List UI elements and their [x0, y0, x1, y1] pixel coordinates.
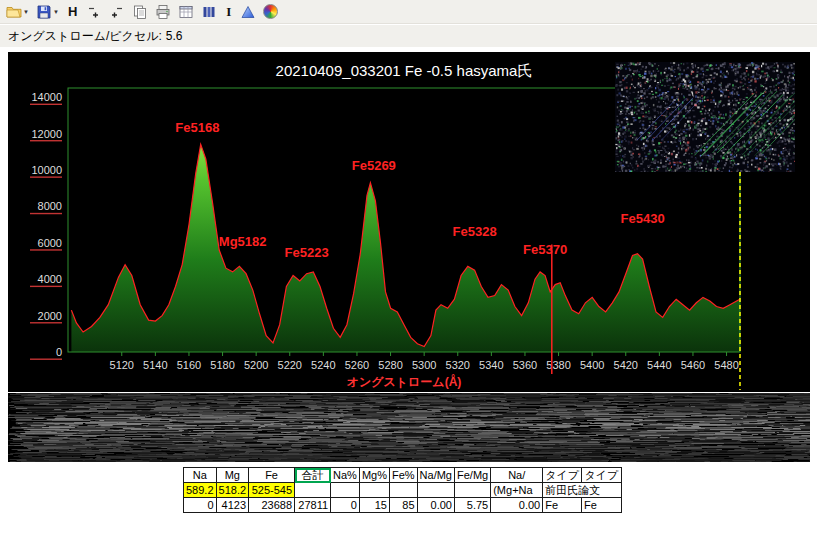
header-cell[interactable]: Fe	[249, 468, 295, 483]
scale-value: 5.6	[166, 29, 183, 43]
cell[interactable]: 27811	[295, 498, 331, 513]
cell[interactable]	[417, 483, 454, 498]
cell[interactable]: Fe	[581, 498, 621, 513]
x-tick-label: 5300	[412, 359, 436, 371]
y-tick-label: 6000	[38, 237, 62, 249]
table-view-button[interactable]	[176, 2, 196, 22]
print-icon	[155, 4, 171, 20]
y-tick-label: 4000	[38, 273, 62, 285]
cell[interactable]: 0.00	[491, 498, 543, 513]
x-tick-label: 5320	[446, 359, 470, 371]
header-cell[interactable]: Na/Mg	[417, 468, 454, 483]
dropdown-arrow-icon: ▼	[53, 9, 59, 15]
y-tick-label: 12000	[31, 128, 62, 140]
i-beam-button[interactable]: I	[222, 2, 235, 22]
triangle-graph-button[interactable]	[238, 2, 258, 22]
y-tick-label: 0	[56, 346, 62, 358]
raw-spectrum-strip[interactable]	[8, 393, 810, 462]
x-tick-label: 5400	[580, 359, 604, 371]
columns-chart-button[interactable]	[199, 2, 219, 22]
save-floppy-icon	[36, 4, 52, 20]
x-tick-label: 5480	[714, 359, 738, 371]
cell[interactable]: 15	[359, 498, 389, 513]
spectrum-chart-panel: 20210409_033201 Fe -0.5 hasyama氏02000400…	[8, 52, 810, 392]
copy-icon	[132, 4, 148, 20]
header-cell[interactable]: Na%	[331, 468, 360, 483]
element-table: NaMgFe合計Na%Mg%Fe%Na/MgFe/MgNa/タイプタイプ589.…	[183, 467, 622, 513]
y-tick-underline	[30, 286, 62, 287]
toolbar: ▼ ▼ H	[0, 0, 817, 24]
x-tick-label: 5240	[311, 359, 335, 371]
table-row: 041232368827811015850.005.750.00FeFe	[184, 498, 622, 513]
print-button[interactable]	[153, 2, 173, 22]
y-tick-underline	[30, 104, 62, 105]
header-cell[interactable]: Mg%	[359, 468, 389, 483]
cell[interactable]: 4123	[216, 498, 249, 513]
x-tick-label: 5280	[378, 359, 402, 371]
x-tick-label: 5180	[210, 359, 234, 371]
y-tick-underline	[30, 140, 62, 141]
cell[interactable]	[359, 483, 389, 498]
header-cell[interactable]: Na	[184, 468, 217, 483]
y-tick-underline	[30, 359, 62, 360]
x-tick-label: 5140	[143, 359, 167, 371]
cell[interactable]: 23688	[249, 498, 295, 513]
y-tick-label: 14000	[31, 91, 62, 103]
peak-label: Mg5182	[219, 234, 267, 249]
triangle-graph-icon	[240, 4, 256, 20]
open-folder-icon	[6, 4, 22, 20]
scale-adjust-button[interactable]	[107, 2, 127, 22]
header-cell[interactable]: タイプ	[581, 468, 621, 483]
element-table-wrap: NaMgFe合計Na%Mg%Fe%Na/MgFe/MgNa/タイプタイプ589.…	[183, 467, 622, 513]
scale-adjust-icon	[109, 4, 125, 20]
scale-info-row: オングストローム/ピクセル: 5.6	[0, 25, 817, 47]
cell[interactable]: 525-545	[249, 483, 295, 498]
color-sphere-button[interactable]	[261, 2, 280, 22]
y-tick-label: 2000	[38, 310, 62, 322]
y-tick-underline	[30, 249, 62, 250]
header-cell[interactable]: 合計	[295, 468, 331, 483]
table-header-row: NaMgFe合計Na%Mg%Fe%Na/MgFe/MgNa/タイプタイプ	[184, 468, 622, 483]
cell[interactable]: 518.2	[216, 483, 249, 498]
header-cell[interactable]: Fe%	[389, 468, 417, 483]
spectrum-inset-image	[615, 62, 795, 172]
cell[interactable]	[295, 483, 331, 498]
x-tick-label: 5160	[177, 359, 201, 371]
header-cell[interactable]: Fe/Mg	[455, 468, 491, 483]
x-axis-label: オングストローム(Å)	[347, 374, 462, 389]
cell[interactable]: 5.75	[455, 498, 491, 513]
cell[interactable]: 0	[331, 498, 360, 513]
x-tick-label: 5120	[110, 359, 134, 371]
table-icon	[178, 4, 194, 20]
cell[interactable]: 589.2	[184, 483, 217, 498]
save-button[interactable]: ▼	[34, 2, 61, 22]
cell[interactable]	[389, 483, 417, 498]
copy-button[interactable]	[130, 2, 150, 22]
peak-label: Fe5370	[523, 242, 567, 257]
cell[interactable]: 0	[184, 498, 217, 513]
x-tick-label: 5460	[681, 359, 705, 371]
bar-columns-icon	[201, 4, 217, 20]
header-cell[interactable]: Mg	[216, 468, 249, 483]
cell[interactable]: 前田氏論文	[543, 483, 622, 498]
cell[interactable]	[455, 483, 491, 498]
scale-label: オングストローム/ピクセル:	[8, 28, 162, 45]
color-sphere-icon	[263, 4, 278, 19]
y-tick-underline	[30, 322, 62, 323]
table-row: 589.2518.2525-545(Mg+Na前田氏論文	[184, 483, 622, 498]
cell[interactable]: 85	[389, 498, 417, 513]
offset-adjust-button[interactable]	[84, 2, 104, 22]
h-tool-button[interactable]: H	[64, 2, 81, 22]
x-tick-label: 5360	[513, 359, 537, 371]
y-tick-underline	[30, 176, 62, 177]
cell[interactable]: 0.00	[417, 498, 454, 513]
cell[interactable]: (Mg+Na	[491, 483, 543, 498]
cell[interactable]	[331, 483, 360, 498]
cell[interactable]: Fe	[543, 498, 582, 513]
x-tick-label: 5220	[278, 359, 302, 371]
header-cell[interactable]: タイプ	[543, 468, 582, 483]
header-cell[interactable]: Na/	[491, 468, 543, 483]
open-button[interactable]: ▼	[4, 2, 31, 22]
dropdown-arrow-icon: ▼	[23, 9, 29, 15]
chart-title: 20210409_033201 Fe -0.5 hasyama氏	[276, 62, 533, 79]
